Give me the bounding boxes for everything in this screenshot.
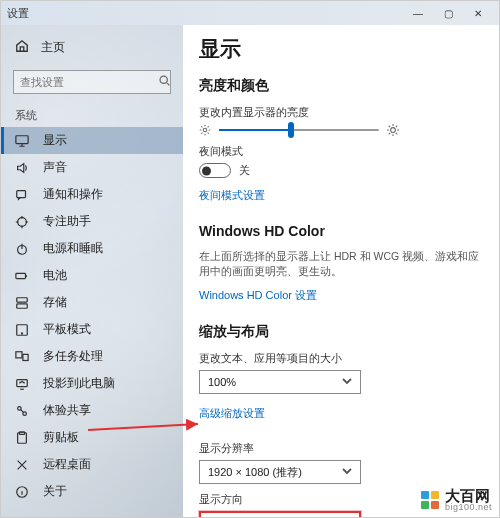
sidebar-home[interactable]: 主页 xyxy=(1,33,183,64)
brightness-heading: 亮度和颜色 xyxy=(199,77,483,95)
display-icon xyxy=(15,134,29,148)
sun-dim-icon xyxy=(199,124,211,136)
sidebar-section-label: 系统 xyxy=(1,100,183,127)
brightness-slider-row xyxy=(199,124,483,136)
about-icon xyxy=(15,485,29,499)
sidebar-item-label: 平板模式 xyxy=(43,322,91,337)
sun-bright-icon xyxy=(387,124,399,136)
scale-select[interactable]: 100% xyxy=(199,370,361,394)
svg-point-13 xyxy=(18,406,22,410)
home-icon xyxy=(15,39,29,56)
svg-rect-6 xyxy=(17,297,28,301)
shared-icon xyxy=(15,404,29,418)
titlebar: 设置 — ▢ ✕ xyxy=(1,1,499,25)
resolution-label: 显示分辨率 xyxy=(199,441,483,456)
chevron-down-icon xyxy=(342,376,352,388)
clipboard-icon xyxy=(15,431,29,445)
svg-point-14 xyxy=(23,411,27,415)
multitask-icon xyxy=(15,350,29,364)
brightness-label: 更改内置显示器的亮度 xyxy=(199,105,483,120)
sidebar-item-label: 存储 xyxy=(43,295,67,310)
sidebar-item-label: 远程桌面 xyxy=(43,457,91,472)
sidebar-item-storage[interactable]: 存储 xyxy=(1,289,183,316)
night-mode-toggle[interactable] xyxy=(199,163,231,178)
sidebar: 主页 系统 显示声音通知和操作专注助手电源和睡眠电池存储平板模式多任务处理投影到… xyxy=(1,25,183,517)
focus-icon xyxy=(15,215,29,229)
minimize-button[interactable]: — xyxy=(403,3,433,23)
sidebar-item-display[interactable]: 显示 xyxy=(1,127,183,154)
sidebar-item-shared[interactable]: 体验共享 xyxy=(1,397,183,424)
sidebar-item-multitask[interactable]: 多任务处理 xyxy=(1,343,183,370)
sidebar-item-clipboard[interactable]: 剪贴板 xyxy=(1,424,183,451)
orientation-select[interactable]: 横向 xyxy=(199,511,361,517)
night-mode-label: 夜间模式 xyxy=(199,144,483,159)
orientation-label: 显示方向 xyxy=(199,492,483,507)
sidebar-item-label: 显示 xyxy=(43,133,67,148)
sidebar-item-label: 剪贴板 xyxy=(43,430,79,445)
search-icon xyxy=(158,74,171,90)
settings-window: 设置 — ▢ ✕ 主页 系统 显示声音通知和操作专注助手电源和睡眠电池存储平板模… xyxy=(0,0,500,518)
content-pane: 显示 亮度和颜色 更改内置显示器的亮度 夜间模式 关 夜间模式设置 Window… xyxy=(183,25,499,517)
sidebar-item-notifications[interactable]: 通知和操作 xyxy=(1,181,183,208)
svg-rect-7 xyxy=(17,303,28,307)
brightness-slider[interactable] xyxy=(219,129,379,131)
sidebar-item-label: 关于 xyxy=(43,484,67,499)
svg-point-19 xyxy=(391,128,396,133)
sidebar-home-label: 主页 xyxy=(41,39,65,56)
resolution-select[interactable]: 1920 × 1080 (推荐) xyxy=(199,460,361,484)
sidebar-item-label: 多任务处理 xyxy=(43,349,103,364)
svg-point-3 xyxy=(18,217,27,226)
svg-rect-1 xyxy=(16,135,28,143)
svg-point-9 xyxy=(21,332,22,333)
hdcolor-desc: 在上面所选择的显示器上让 HDR 和 WCG 视频、游戏和应用中的画面更明亮、更… xyxy=(199,249,483,278)
sidebar-item-label: 电源和睡眠 xyxy=(43,241,103,256)
sound-icon xyxy=(15,161,29,175)
svg-point-0 xyxy=(160,76,167,83)
svg-rect-5 xyxy=(16,273,26,278)
sidebar-item-label: 体验共享 xyxy=(43,403,91,418)
sidebar-item-battery[interactable]: 电池 xyxy=(1,262,183,289)
power-icon xyxy=(15,242,29,256)
sidebar-item-label: 通知和操作 xyxy=(43,187,103,202)
search-box[interactable] xyxy=(13,70,171,94)
sidebar-item-label: 专注助手 xyxy=(43,214,91,229)
sidebar-nav: 显示声音通知和操作专注助手电源和睡眠电池存储平板模式多任务处理投影到此电脑体验共… xyxy=(1,127,183,517)
resolution-value: 1920 × 1080 (推荐) xyxy=(208,465,302,480)
chevron-down-icon xyxy=(342,466,352,478)
page-title: 显示 xyxy=(199,35,483,63)
close-button[interactable]: ✕ xyxy=(463,3,493,23)
search-input[interactable] xyxy=(20,76,158,88)
svg-rect-11 xyxy=(23,354,28,360)
sidebar-item-sound[interactable]: 声音 xyxy=(1,154,183,181)
orientation-value: 横向 xyxy=(209,516,231,517)
tablet-icon xyxy=(15,323,29,337)
sidebar-item-label: 声音 xyxy=(43,160,67,175)
notifications-icon xyxy=(15,188,29,202)
battery-icon xyxy=(15,269,29,283)
svg-rect-10 xyxy=(16,351,22,357)
night-mode-settings-link[interactable]: 夜间模式设置 xyxy=(199,188,265,203)
remote-icon xyxy=(15,458,29,472)
scaling-heading: 缩放与布局 xyxy=(199,323,483,341)
sidebar-item-label: 电池 xyxy=(43,268,67,283)
night-mode-state: 关 xyxy=(239,163,250,178)
sidebar-item-project[interactable]: 投影到此电脑 xyxy=(1,370,183,397)
advanced-scaling-link[interactable]: 高级缩放设置 xyxy=(199,406,265,421)
svg-point-18 xyxy=(203,128,206,131)
scale-value: 100% xyxy=(208,376,236,388)
project-icon xyxy=(15,377,29,391)
window-title: 设置 xyxy=(7,6,29,21)
hdcolor-link[interactable]: Windows HD Color 设置 xyxy=(199,288,317,303)
hdcolor-heading: Windows HD Color xyxy=(199,223,483,239)
svg-rect-2 xyxy=(17,190,26,197)
sidebar-item-about[interactable]: 关于 xyxy=(1,478,183,505)
storage-icon xyxy=(15,296,29,310)
sidebar-item-remote[interactable]: 远程桌面 xyxy=(1,451,183,478)
sidebar-item-power[interactable]: 电源和睡眠 xyxy=(1,235,183,262)
scale-label: 更改文本、应用等项目的大小 xyxy=(199,351,483,366)
sidebar-item-tablet[interactable]: 平板模式 xyxy=(1,316,183,343)
maximize-button[interactable]: ▢ xyxy=(433,3,463,23)
sidebar-item-label: 投影到此电脑 xyxy=(43,376,115,391)
sidebar-item-focus[interactable]: 专注助手 xyxy=(1,208,183,235)
